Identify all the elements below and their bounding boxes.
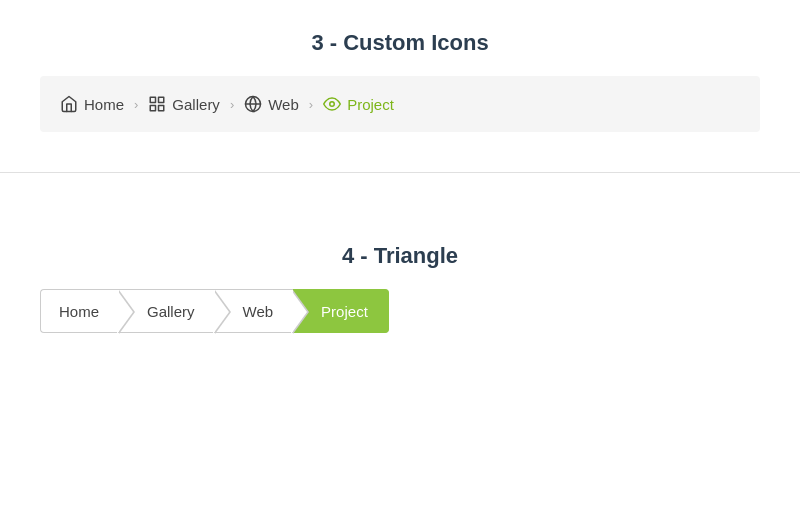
- home-icon: [60, 95, 78, 113]
- triangle-web-label: Web: [243, 303, 274, 320]
- custom-icons-breadcrumb: Home › Gallery ›: [40, 76, 760, 132]
- breadcrumb-home-label: Home: [84, 96, 124, 113]
- triangle-breadcrumb: Home Gallery Web Project: [40, 289, 760, 333]
- breadcrumb-item-home[interactable]: Home: [60, 95, 124, 113]
- svg-point-6: [330, 102, 335, 107]
- svg-rect-2: [151, 106, 156, 111]
- triangle-project-label: Project: [321, 303, 368, 320]
- breadcrumb-web-label: Web: [268, 96, 299, 113]
- svg-rect-3: [159, 106, 164, 111]
- section1-title: 3 - Custom Icons: [0, 0, 800, 76]
- breadcrumb-item-project[interactable]: Project: [323, 95, 394, 113]
- svg-rect-0: [151, 97, 156, 102]
- breadcrumb-project-label: Project: [347, 96, 394, 113]
- triangle-item-home[interactable]: Home: [40, 289, 119, 333]
- separator-3: ›: [309, 97, 313, 112]
- triangle-home-label: Home: [59, 303, 99, 320]
- project-icon: [323, 95, 341, 113]
- breadcrumb-gallery-label: Gallery: [172, 96, 220, 113]
- web-icon: [244, 95, 262, 113]
- triangle-gallery-label: Gallery: [147, 303, 195, 320]
- breadcrumb-list: Home › Gallery ›: [60, 95, 394, 113]
- breadcrumb-item-web[interactable]: Web: [244, 95, 299, 113]
- section-divider: [0, 172, 800, 173]
- svg-rect-1: [159, 97, 164, 102]
- gallery-icon: [148, 95, 166, 113]
- separator-1: ›: [134, 97, 138, 112]
- section2-title: 4 - Triangle: [0, 213, 800, 289]
- breadcrumb-item-gallery[interactable]: Gallery: [148, 95, 220, 113]
- separator-2: ›: [230, 97, 234, 112]
